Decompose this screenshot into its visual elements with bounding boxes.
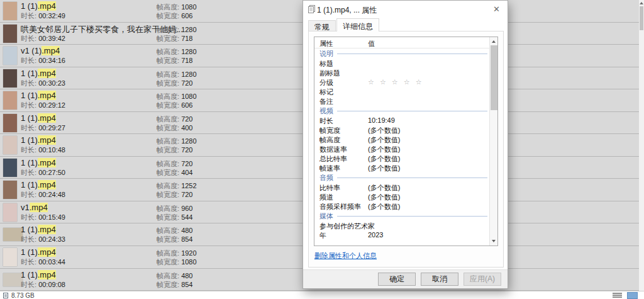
file-frame-width: 帧宽度: 400 <box>157 123 192 133</box>
status-left: 8.73 GB <box>3 292 35 299</box>
property-label: 副标题 <box>319 69 340 78</box>
property-row[interactable]: 分级 ☆ ☆ ☆ ☆ ☆ <box>314 77 489 87</box>
explorer-window: 1 (1).mp4 时长: 00:32:49 帧高度: 1080 帧宽度: 60… <box>0 0 644 299</box>
file-frame-height: 帧高度: 1280 <box>157 25 197 35</box>
video-thumbnail <box>3 91 17 110</box>
file-frame-width: 帧宽度: 404 <box>157 168 192 178</box>
details-rows-container: 说明 标题 副标题 分级 ☆ ☆ ☆ ☆ ☆ 标记 备注 视频 时长 10:19… <box>314 48 489 244</box>
property-row[interactable]: 标记 <box>314 87 489 96</box>
property-label: 标题 <box>319 59 333 69</box>
video-thumbnail <box>3 47 17 65</box>
property-row[interactable]: 数据速率 (多个数值) <box>314 144 489 154</box>
video-thumbnail <box>3 203 17 222</box>
property-row[interactable]: 音频采样频率 (多个数值) <box>314 201 489 211</box>
property-value: (多个数值) <box>368 202 400 212</box>
file-frame-height: 帧高度: 1280 <box>157 47 197 57</box>
property-row[interactable]: 标题 <box>314 59 489 68</box>
property-row[interactable]: 备注 <box>314 96 489 106</box>
property-row[interactable]: 副标题 <box>314 68 489 77</box>
file-frame-height: 帧高度: 480 <box>157 271 192 281</box>
video-thumbnail <box>3 69 17 87</box>
dialog-title: 1 (1).mp4, ... 属性 <box>317 5 377 16</box>
tab-general[interactable]: 常规 <box>308 20 336 31</box>
video-thumbnail <box>3 136 17 154</box>
property-row[interactable] <box>314 240 489 244</box>
file-frame-width: 帧宽度: 718 <box>157 34 192 43</box>
property-row[interactable]: 总比特率 (多个数值) <box>314 154 489 163</box>
property-label: 频道 <box>319 193 333 202</box>
file-frame-width: 帧宽度: 720 <box>157 145 192 155</box>
scrollbar-thumb[interactable] <box>491 45 497 110</box>
video-thumbnail <box>3 181 17 199</box>
explorer-vertical-scrollbar[interactable] <box>639 0 644 291</box>
property-label: 帧速率 <box>319 164 340 173</box>
video-thumbnail <box>3 273 23 286</box>
file-duration: 时长: 00:34:16 <box>21 56 65 65</box>
video-thumbnail <box>3 159 17 177</box>
file-name: 1 (1).mp4 <box>21 91 56 100</box>
property-value: (多个数值) <box>368 145 400 154</box>
file-frame-width: 帧宽度: 720 <box>157 190 192 200</box>
file-frame-height: 帧高度: 1280 <box>157 70 197 79</box>
file-duration: 时长: 00:03:44 <box>21 257 65 267</box>
video-thumbnail <box>3 114 17 132</box>
file-frame-height: 帧高度: 720 <box>157 159 192 169</box>
section-divider <box>337 178 487 178</box>
multiple-files-icon <box>308 5 316 16</box>
file-frame-width: 帧宽度: 606 <box>157 11 192 21</box>
property-label: 标记 <box>319 87 333 97</box>
listbox-scrollbar[interactable] <box>489 37 497 245</box>
column-header-property[interactable]: 属性 <box>319 39 333 48</box>
file-name: 1 (1).mp4 <box>21 158 56 167</box>
property-label: 帧宽度 <box>319 126 340 135</box>
scroll-up-icon[interactable] <box>492 40 496 43</box>
file-duration: 时长: 00:09:08 <box>21 280 65 290</box>
properties-rows: 属性 值 说明 标题 副标题 分级 ☆ ☆ ☆ ☆ ☆ 标记 备注 视频 时长 … <box>314 37 489 245</box>
property-value: (多个数值) <box>368 193 400 202</box>
details-view-icon[interactable] <box>613 292 622 298</box>
file-frame-width: 帧宽度: 606 <box>157 101 192 110</box>
property-value: (多个数值) <box>368 126 400 135</box>
file-frame-width: 帧宽度: 544 <box>157 213 192 222</box>
scroll-up-icon[interactable] <box>640 2 643 4</box>
property-value: (多个数值) <box>368 164 400 173</box>
file-frame-width: 帧宽度: 1080 <box>157 257 197 267</box>
file-frame-height: 帧高度: 1080 <box>157 3 197 12</box>
file-duration: 时长: 00:32:49 <box>21 11 65 21</box>
thumbnails-view-icon[interactable] <box>627 292 638 299</box>
property-row[interactable]: 比特率 (多个数值) <box>314 183 489 192</box>
property-row[interactable]: 年 2023 <box>314 230 489 240</box>
section-label: 视频 <box>319 106 333 116</box>
dialog-titlebar[interactable]: 1 (1).mp4, ... 属性 ✕ <box>303 1 508 18</box>
tab-details[interactable]: 详细信息 <box>336 18 379 31</box>
video-thumbnail <box>3 25 17 43</box>
video-thumbnail <box>3 248 17 266</box>
property-label: 总比特率 <box>319 154 347 164</box>
property-row[interactable]: 帧高度 (多个数值) <box>314 135 489 144</box>
cancel-button[interactable]: 取消 <box>421 273 458 286</box>
file-duration: 时长: 00:30:23 <box>21 79 65 88</box>
remove-properties-link[interactable]: 删除属性和个人信息 <box>314 251 377 261</box>
property-value: 2023 <box>368 231 383 239</box>
property-row[interactable]: 参与创作的艺术家 <box>314 221 489 230</box>
close-icon[interactable]: ✕ <box>493 4 500 14</box>
property-row[interactable]: 帧速率 (多个数值) <box>314 163 489 172</box>
apply-button: 应用(A) <box>464 273 501 286</box>
property-value: 10:19:49 <box>368 116 395 124</box>
ok-button[interactable]: 确定 <box>378 273 416 286</box>
scrollbar-thumb[interactable] <box>640 6 643 30</box>
scroll-down-icon[interactable] <box>492 240 496 242</box>
property-row[interactable]: 频道 (多个数值) <box>314 192 489 201</box>
file-name: 1 (1).mp4 <box>21 69 56 78</box>
file-frame-height: 帧高度: 960 <box>157 204 192 213</box>
file-frame-height: 帧高度: 480 <box>157 226 192 235</box>
property-section-header: 视频 <box>314 106 489 116</box>
file-frame-width: 帧宽度: 854 <box>157 280 192 290</box>
property-label: 参与创作的艺术家 <box>319 222 375 231</box>
property-row[interactable]: 时长 10:19:49 <box>314 116 489 125</box>
property-row[interactable]: 帧宽度 (多个数值) <box>314 125 489 135</box>
property-label: 时长 <box>319 116 333 126</box>
file-duration: 时长: 00:27:50 <box>21 168 65 178</box>
column-header-value[interactable]: 值 <box>368 39 375 48</box>
tab-strip: 常规 详细信息 <box>308 18 380 31</box>
